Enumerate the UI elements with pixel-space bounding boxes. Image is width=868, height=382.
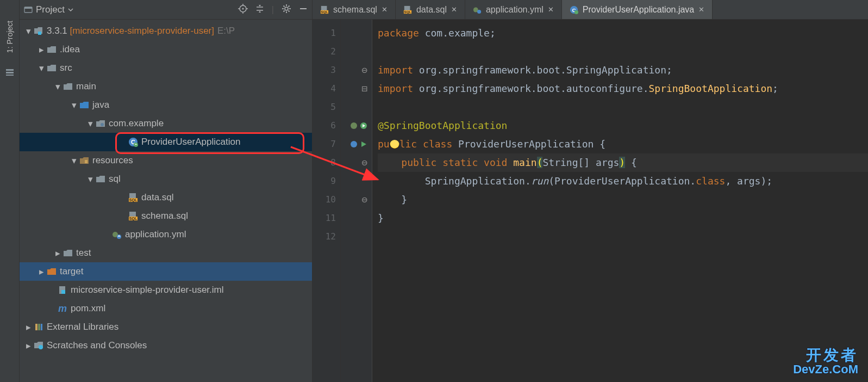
- tree-java[interactable]: ▾ java: [20, 96, 312, 114]
- svg-line-19: [289, 10, 290, 11]
- tree-scratches[interactable]: ▸ Scratches and Consoles: [20, 336, 312, 355]
- yml-file-icon: [473, 5, 482, 14]
- locate-icon[interactable]: [238, 4, 248, 16]
- tree-resources[interactable]: ▾ resources: [20, 151, 312, 170]
- project-tool-button[interactable]: 1: Project: [5, 16, 14, 57]
- tab-app-yml[interactable]: application.yml ✕: [465, 0, 562, 19]
- watermark: 开发者 DevZe.CoM: [793, 347, 858, 375]
- svg-rect-23: [38, 32, 41, 35]
- tree-package[interactable]: ▾ com.example: [20, 114, 312, 133]
- project-panel-header: Project |: [20, 0, 312, 20]
- code-content[interactable]: package com.example; import org.springfr…: [372, 20, 868, 382]
- tree-main[interactable]: ▾ main: [20, 77, 312, 96]
- svg-point-53: [574, 10, 578, 14]
- sql-file-icon: SQL: [320, 5, 329, 14]
- svg-rect-41: [41, 324, 42, 330]
- tree-sql[interactable]: ▾ sql: [20, 170, 312, 188]
- project-tree[interactable]: ▾ 3.3.1 [microservice-simple-provider-us…: [20, 20, 312, 382]
- editor-tabs: SQL schema.sql ✕ SQL data.sql ✕ applicat…: [313, 0, 868, 20]
- tree-ext-libs[interactable]: ▸ External Libraries: [20, 318, 312, 336]
- tree-root[interactable]: ▾ 3.3.1 [microservice-simple-provider-us…: [20, 22, 312, 40]
- svg-rect-0: [6, 69, 14, 71]
- collapse-icon[interactable]: [255, 4, 264, 15]
- spring-bean-icon[interactable]: [350, 122, 358, 130]
- tree-target[interactable]: ▸ target: [20, 262, 312, 281]
- tree-schema-sql[interactable]: SQL schema.sql: [20, 207, 312, 225]
- tree-test[interactable]: ▸ test: [20, 244, 312, 262]
- svg-point-24: [101, 123, 104, 126]
- tree-idea[interactable]: ▸ .idea: [20, 40, 312, 59]
- svg-rect-1: [6, 72, 14, 73]
- gutter-markers[interactable]: ⊖ ⊟ ⊖ ⊖: [341, 20, 372, 382]
- spring-bean-icon[interactable]: [350, 140, 358, 148]
- svg-text:SQL: SQL: [129, 217, 138, 221]
- tree-app-yml[interactable]: application.yml: [20, 225, 312, 244]
- tree-iml[interactable]: microservice-simple-provider-user.iml: [20, 281, 312, 299]
- svg-text:SQL: SQL: [129, 198, 138, 202]
- minimize-icon[interactable]: [299, 4, 308, 15]
- tree-src[interactable]: ▾ src: [20, 59, 312, 77]
- sql-file-icon: SQL: [403, 5, 412, 14]
- structure-icon[interactable]: [5, 68, 14, 79]
- tab-provider-app[interactable]: C ProviderUserApplication.java ✕: [562, 0, 713, 19]
- svg-rect-38: [61, 290, 65, 294]
- svg-line-18: [284, 5, 285, 7]
- tree-pom[interactable]: m pom.xml: [20, 299, 312, 318]
- editor-area: SQL schema.sql ✕ SQL data.sql ✕ applicat…: [313, 0, 868, 382]
- tree-data-sql[interactable]: SQL data.sql: [20, 188, 312, 207]
- svg-point-42: [39, 345, 43, 349]
- tab-schema-sql[interactable]: SQL schema.sql ✕: [313, 0, 396, 19]
- tool-window-bar[interactable]: 1: Project: [0, 0, 20, 382]
- intention-bulb-icon[interactable]: [390, 140, 399, 150]
- run-config-icon[interactable]: [360, 122, 367, 130]
- svg-line-20: [284, 10, 285, 11]
- gear-icon[interactable]: [282, 4, 291, 16]
- dropdown-icon[interactable]: [68, 7, 73, 13]
- project-panel: Project | ▾ 3.3.1 [microservice-simple-p…: [20, 0, 313, 382]
- line-number-gutter: 1 2 3 4 5 6 7 8 9 10 11 12: [313, 20, 341, 382]
- svg-rect-4: [24, 7, 32, 9]
- svg-rect-22: [300, 8, 307, 9]
- close-icon[interactable]: ✕: [451, 5, 457, 14]
- svg-point-6: [242, 8, 243, 9]
- close-icon[interactable]: ✕: [548, 5, 554, 14]
- editor-body[interactable]: 1 2 3 4 5 6 7 8 9 10 11 12 ⊖ ⊟: [313, 20, 868, 382]
- svg-point-56: [351, 141, 357, 147]
- svg-rect-39: [35, 324, 38, 330]
- svg-text:SQL: SQL: [404, 10, 411, 14]
- close-icon[interactable]: ✕: [382, 5, 388, 14]
- tree-app-class[interactable]: C ProviderUserApplication: [20, 133, 312, 151]
- svg-rect-2: [6, 75, 14, 76]
- class-file-icon: C: [570, 5, 578, 14]
- svg-point-13: [285, 7, 288, 10]
- svg-text:SQL: SQL: [321, 10, 328, 14]
- svg-point-54: [351, 122, 357, 129]
- svg-point-50: [477, 10, 481, 14]
- svg-rect-28: [85, 160, 88, 163]
- close-icon[interactable]: ✕: [698, 5, 704, 14]
- project-icon: [24, 5, 33, 14]
- run-icon[interactable]: [360, 140, 367, 148]
- svg-rect-40: [38, 324, 40, 330]
- panel-title: Project: [36, 4, 65, 15]
- svg-line-21: [289, 5, 290, 7]
- tab-data-sql[interactable]: SQL data.sql ✕: [396, 0, 465, 19]
